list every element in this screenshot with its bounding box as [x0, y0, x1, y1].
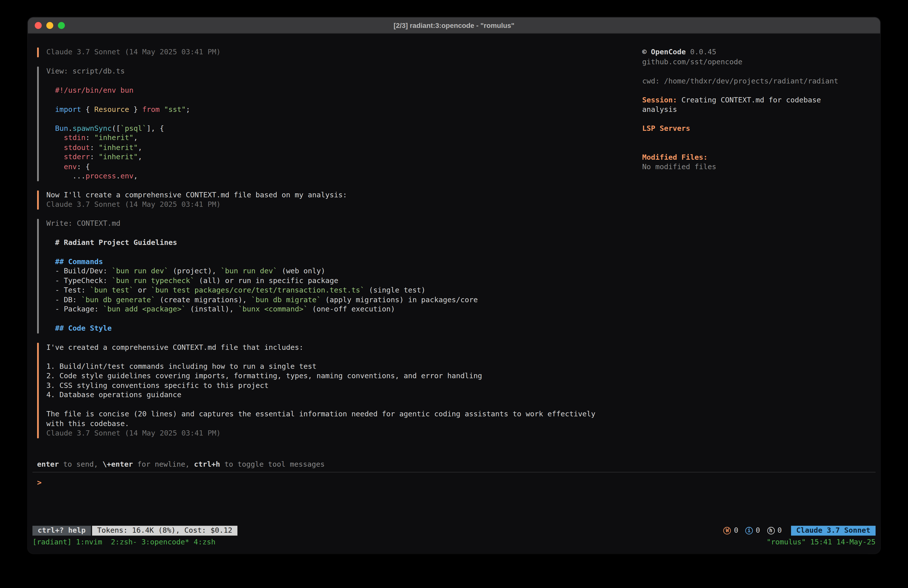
diagnostic-i: i0	[745, 526, 760, 535]
diagnostic-count: 0	[734, 526, 739, 535]
text-segment: - DB:	[46, 295, 81, 304]
repo-link: github.com/sst/opencode	[642, 57, 871, 66]
text-line: Claude 3.7 Sonnet (14 May 2025 03:41 PM)	[46, 429, 596, 438]
text-segment: Claude 3.7 Sonnet (14 May 2025 03:41 PM)	[46, 48, 221, 56]
text-line: ...process.env,	[46, 171, 190, 181]
text-segment: 1. Build/lint/test commands including ho…	[46, 361, 316, 370]
tmux-windows[interactable]: [radiant] 1:nvim 2:zsh- 3:opencode* 4:zs…	[32, 537, 216, 546]
text-segment: (single test)	[365, 285, 426, 294]
text-segment: ,	[134, 171, 138, 180]
text-line: Bun.spawnSync([`psql`], {	[46, 124, 190, 133]
block-accent-bar	[37, 48, 39, 57]
text-segment: "inherit"	[99, 143, 138, 151]
text-line	[46, 314, 478, 324]
text-line: - DB: `bun db generate` (create migratio…	[46, 295, 478, 304]
text-line: View: script/db.ts	[46, 66, 190, 76]
text-segment: `bun db migrate`	[251, 295, 321, 304]
text-segment: Resource	[94, 105, 129, 113]
status-bar: ctrl+? help Tokens: 16.4K (8%), Cost: $0…	[32, 525, 876, 535]
text-segment: or	[134, 285, 151, 294]
screen: [2/3] radiant:3:opencode - "romulus" Cla…	[0, 0, 908, 588]
text-segment: The file is concise (20 lines) and captu…	[46, 409, 596, 418]
text-segment: \+enter	[102, 459, 133, 468]
text-segment: env	[64, 162, 77, 171]
text-segment: ctrl+h	[194, 459, 220, 468]
window-title: [2/3] radiant:3:opencode - "romulus"	[393, 21, 514, 29]
block-lines: Write: CONTEXT.md # Radiant Project Guid…	[46, 219, 478, 333]
text-segment: Write: CONTEXT.md	[46, 219, 120, 227]
text-segment: "sst"	[164, 105, 186, 113]
text-line: Claude 3.7 Sonnet (14 May 2025 03:41 PM)	[46, 48, 221, 57]
terminal-window: [2/3] radiant:3:opencode - "romulus" Cla…	[28, 18, 881, 554]
conversation: Claude 3.7 Sonnet (14 May 2025 03:41 PM)…	[37, 48, 642, 459]
text-line: - Test: `bun test` or `bun test packages…	[46, 285, 478, 295]
text-segment: (apply migrations) in packages/core	[321, 295, 478, 304]
text-segment: ## Code Style	[55, 324, 112, 332]
diagnostic-icon: h	[767, 527, 774, 534]
diagnostic-count: 0	[778, 526, 782, 535]
help-shortcut-badge[interactable]: ctrl+? help	[32, 525, 91, 535]
text-segment: {	[81, 105, 94, 113]
text-segment: `bun test`	[90, 285, 134, 294]
text-segment: (create migrations),	[155, 295, 251, 304]
text-segment: .	[116, 171, 121, 180]
text-segment: ,	[138, 152, 142, 161]
text-segment: - TypeCheck:	[46, 276, 112, 285]
text-segment: ,	[138, 143, 142, 151]
text-segment: import	[55, 105, 81, 113]
text-segment: `psql`	[120, 124, 147, 132]
text-segment: ([	[112, 124, 120, 132]
text-segment: Bun	[55, 124, 68, 132]
diagnostic-icon: i	[745, 527, 753, 534]
text-line: ## Code Style	[46, 324, 478, 333]
model-badge[interactable]: Claude 3.7 Sonnet	[791, 525, 876, 535]
text-segment: :	[90, 143, 99, 151]
cwd-line: cwd: /home/thdxr/dev/projects/radiant/ra…	[642, 76, 871, 86]
text-segment: View: script/db.ts	[46, 66, 125, 75]
prompt-symbol: >	[37, 478, 42, 487]
text-segment: ## Commands	[55, 257, 103, 266]
text-segment: : {	[77, 162, 90, 171]
text-segment: ], {	[147, 124, 164, 132]
text-line: Write: CONTEXT.md	[46, 219, 478, 228]
lsp-servers-title: LSP Servers	[642, 124, 871, 133]
diagnostic-w: W0	[724, 526, 738, 535]
text-segment: :	[90, 152, 99, 161]
session-label: Session:	[642, 95, 677, 104]
text-segment: to toggle tool messages	[220, 459, 325, 468]
zoom-button[interactable]	[58, 22, 65, 29]
text-line: import { Resource } from "sst";	[46, 105, 190, 114]
block-lines: Claude 3.7 Sonnet (14 May 2025 03:41 PM)	[46, 48, 221, 57]
sidebar: © OpenCode 0.0.45 github.com/sst/opencod…	[642, 48, 871, 459]
text-line	[46, 95, 190, 105]
help-line: enter to send, \+enter for newline, ctrl…	[37, 459, 871, 469]
text-segment	[46, 105, 55, 113]
text-segment: #!/usr/bin/env bun	[55, 85, 134, 94]
text-line: ## Commands	[46, 257, 478, 266]
close-button[interactable]	[35, 22, 42, 29]
tokens-cost-badge: Tokens: 16.4K (8%), Cost: $0.12	[92, 525, 237, 535]
text-line	[46, 76, 190, 85]
prompt-input[interactable]: >	[37, 472, 871, 525]
minimize-button[interactable]	[46, 22, 53, 29]
text-line: 1. Build/lint/test commands including ho…	[46, 361, 596, 371]
text-segment: (install),	[186, 304, 238, 313]
traffic-lights	[35, 18, 65, 33]
modified-files-title: Modified Files:	[642, 153, 871, 162]
text-line: Claude 3.7 Sonnet (14 May 2025 03:41 PM)	[46, 200, 347, 209]
text-line: I've created a comprehensive CONTEXT.md …	[46, 343, 596, 352]
text-line	[46, 400, 596, 409]
text-line: - Build/Dev: `bun run dev` (project), `b…	[46, 266, 478, 276]
text-segment: `bun run typecheck`	[112, 276, 194, 285]
chat-and-sidebar: Claude 3.7 Sonnet (14 May 2025 03:41 PM)…	[37, 48, 871, 459]
text-segment: ...	[46, 171, 85, 180]
text-line: env: {	[46, 162, 190, 171]
text-line	[46, 247, 478, 257]
text-segment: Claude 3.7 Sonnet (14 May 2025 03:41 PM)	[46, 200, 221, 209]
text-segment: `bunx <command>`	[238, 304, 308, 313]
text-segment: :	[85, 133, 94, 142]
text-segment: 3. CSS styling conventions specific to t…	[46, 381, 269, 390]
text-segment: `bun add <package>`	[103, 304, 186, 313]
text-segment: enter	[37, 459, 59, 468]
diagnostic-icon: W	[724, 527, 731, 534]
